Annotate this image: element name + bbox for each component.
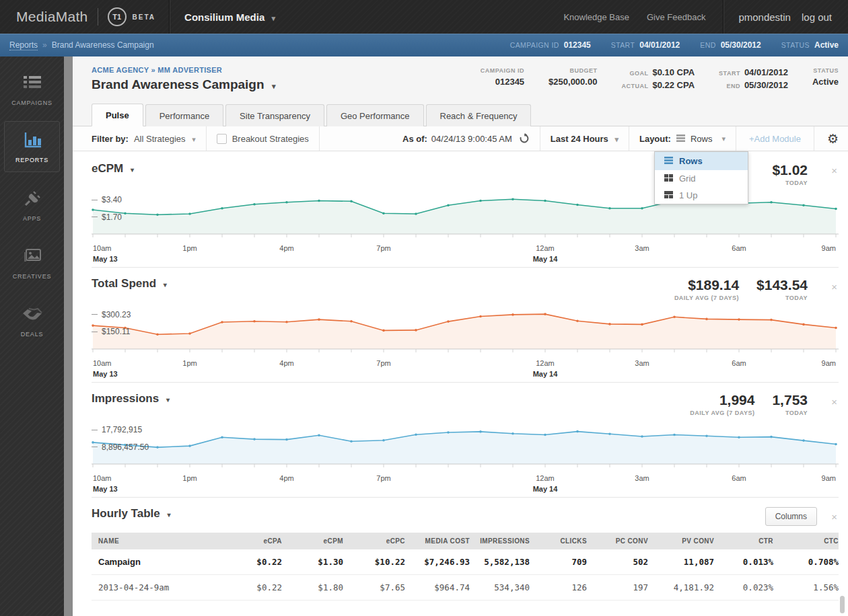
- meta-dates: START04/01/2012 END05/30/2012: [719, 67, 788, 101]
- knowledge-base-link[interactable]: Knowledge Base: [563, 12, 629, 22]
- sidebar-item-label: APPS: [23, 215, 41, 222]
- x-axis-day-label: May 14: [533, 255, 558, 263]
- column-header-ecpa[interactable]: eCPA: [217, 533, 282, 549]
- close-icon[interactable]: ×: [831, 281, 837, 293]
- meta-budget: BUDGET $250,000.00: [549, 67, 597, 101]
- y-gridline-label: 17,792,915: [92, 425, 142, 434]
- column-header-media-cost[interactable]: MEDIA COST: [405, 533, 470, 549]
- row-cell: 1.56%: [773, 575, 839, 601]
- chevron-down-icon: ▾: [192, 135, 196, 143]
- close-icon[interactable]: ×: [831, 165, 837, 176]
- row-cell: $1.80: [282, 575, 343, 601]
- column-header-impressions[interactable]: IMPRESSIONS: [470, 533, 530, 549]
- total-spend-chart: $300.23$150.1110amMay 131pm4pm7pm12amMay…: [92, 307, 839, 382]
- status-badge: Active: [812, 77, 839, 87]
- sidebar-item-label: CREATIVES: [13, 273, 52, 280]
- row-name: 2013-04-24-9am: [92, 575, 217, 601]
- refresh-icon[interactable]: [519, 133, 530, 144]
- metric-label: DAILY AVG (7 DAYS): [690, 410, 754, 416]
- meta-goal-actual: GOAL$0.10 CPA ACTUAL$0.22 CPA: [621, 67, 695, 101]
- as-of-label: As of:: [402, 134, 427, 144]
- gear-icon[interactable]: ⚙: [827, 131, 839, 146]
- x-axis-label: 10am: [93, 474, 112, 482]
- metric-label: TODAY: [772, 410, 808, 416]
- hourly-table: NAMEeCPAeCPMeCPCMEDIA COSTIMPRESSIONSCLI…: [92, 533, 839, 601]
- table-row[interactable]: Campaign$0.22$1.30$10.22$7,246.935,582,1…: [92, 549, 839, 575]
- module-title-dropdown[interactable]: Total Spend ▾: [92, 277, 167, 291]
- module-hourly-table: Hourly Table ▾ Columns × NAMEeCPAeCPMeCP…: [92, 497, 839, 601]
- row-cell: 0.013%: [714, 549, 773, 575]
- tab-pulse[interactable]: Pulse: [92, 104, 143, 126]
- column-header-ecpc[interactable]: eCPC: [343, 533, 405, 549]
- layout-option-1-up[interactable]: 1 Up: [655, 187, 748, 204]
- give-feedback-link[interactable]: Give Feedback: [647, 12, 705, 22]
- tab-reach-frequency[interactable]: Reach & Frequency: [426, 104, 532, 126]
- logout-link[interactable]: log out: [802, 11, 832, 23]
- x-axis-label: 7pm: [376, 359, 390, 367]
- agency-advertiser-breadcrumb[interactable]: ACME AGENCY » MM ADVERTISER: [92, 66, 275, 74]
- list-icon: [24, 74, 41, 91]
- username[interactable]: pmondestin: [738, 11, 791, 23]
- table-row[interactable]: 2013-04-24-9am$0.22$1.80$7.65$964.74534,…: [92, 575, 839, 601]
- x-axis-label: 4pm: [279, 359, 293, 367]
- rows-glyph-icon: [676, 134, 685, 144]
- meta-end: END05/30/2012: [700, 40, 761, 50]
- chevron-down-icon: ▾: [721, 134, 726, 143]
- chevron-down-icon: ▾: [167, 511, 170, 518]
- sidebar-item-campaigns[interactable]: CAMPAIGNS: [5, 65, 59, 114]
- x-axis-label: 1pm: [182, 359, 197, 367]
- column-header-ecpm[interactable]: eCPM: [282, 533, 343, 549]
- column-header-clicks[interactable]: CLICKS: [530, 533, 587, 549]
- t1-logo: T1: [108, 7, 127, 26]
- column-header-name[interactable]: NAME: [92, 533, 217, 549]
- layout-option-rows[interactable]: Rows: [655, 152, 748, 170]
- row-cell: $1.30: [282, 549, 343, 575]
- columns-button[interactable]: Columns: [765, 507, 817, 526]
- layout-option-grid[interactable]: Grid: [655, 170, 748, 187]
- row-cell: $964.74: [405, 575, 470, 601]
- filterbar-divider: [629, 126, 629, 151]
- close-icon[interactable]: ×: [831, 511, 837, 523]
- time-range-dropdown[interactable]: Last 24 Hours ▾: [551, 134, 619, 144]
- row-cell: 4,181.92: [648, 575, 714, 601]
- beta-badge: BETA: [133, 13, 155, 21]
- chevron-down-icon: ▾: [271, 14, 275, 22]
- sidebar-item-creatives[interactable]: CREATIVES: [5, 238, 59, 288]
- tab-site-transparency[interactable]: Site Transparency: [225, 104, 324, 126]
- breakout-strategies-checkbox[interactable]: [217, 134, 227, 144]
- breadcrumb-current: Brand Awareness Campaign: [52, 40, 154, 50]
- meta-campaign-id: CAMPAIGN ID012345: [510, 40, 591, 50]
- layout-dropdown[interactable]: Layout: Rows ▾: [639, 134, 726, 144]
- metric-value: 1,994: [690, 392, 754, 408]
- column-header-ctc[interactable]: CTC: [773, 533, 839, 549]
- x-axis-day-label: May 13: [93, 370, 118, 378]
- column-header-pc-conv[interactable]: PC CONV: [587, 533, 648, 549]
- x-axis-label: 6am: [732, 474, 746, 482]
- account-switcher[interactable]: Consilium Media ▾: [184, 11, 275, 23]
- sidebar-item-deals[interactable]: DEALS: [5, 296, 59, 346]
- module-title-dropdown[interactable]: eCPM ▾: [92, 162, 134, 176]
- metric-label: TODAY: [756, 295, 808, 301]
- x-axis-label: 9am: [822, 474, 836, 482]
- x-axis-label: 3am: [635, 244, 649, 252]
- row-cell: $0.22: [217, 575, 282, 601]
- as-of-timestamp: 04/24/13 9:00:45 AM: [431, 134, 512, 144]
- column-header-pv-conv[interactable]: PV CONV: [648, 533, 714, 549]
- sidebar-item-apps[interactable]: APPS: [5, 180, 59, 230]
- sidebar-item-label: CAMPAIGNS: [11, 100, 52, 106]
- campaign-title-dropdown[interactable]: Brand Awareness Campaign ▾: [92, 77, 275, 92]
- breadcrumb-reports-link[interactable]: Reports: [9, 40, 38, 50]
- module-title-dropdown[interactable]: Hourly Table ▾: [92, 507, 170, 521]
- tab-performance[interactable]: Performance: [145, 104, 223, 126]
- column-header-ctr[interactable]: CTR: [714, 533, 773, 549]
- sidebar-item-reports[interactable]: REPORTS: [4, 121, 60, 172]
- tab-geo-performance[interactable]: Geo Performance: [326, 104, 424, 126]
- module-title-dropdown[interactable]: Impressions ▾: [92, 392, 170, 406]
- x-axis-label: 6am: [732, 244, 746, 252]
- close-icon[interactable]: ×: [831, 396, 837, 408]
- chevron-down-icon: ▾: [131, 166, 134, 174]
- metric-label: TODAY: [772, 180, 808, 186]
- add-module-button[interactable]: +Add Module: [749, 134, 801, 144]
- scrollbar-thumb[interactable]: [840, 596, 845, 613]
- strategies-dropdown[interactable]: All Strategies ▾: [134, 134, 196, 144]
